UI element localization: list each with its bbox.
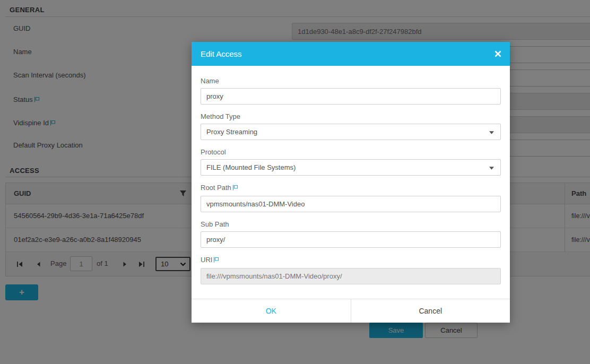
root-path-label: Root Path bbox=[201, 184, 501, 193]
method-type-group: Method Type Proxy Streaming bbox=[201, 112, 501, 140]
root-path-group: Root Path bbox=[201, 184, 501, 212]
protocol-value: FILE (Mounted File Systems) bbox=[206, 163, 296, 171]
edit-access-dialog: Edit Access Name Method Type Proxy Strea… bbox=[192, 42, 510, 323]
sub-path-label: Sub Path bbox=[201, 220, 501, 228]
method-type-label: Method Type bbox=[201, 112, 501, 120]
dialog-name-input[interactable] bbox=[201, 88, 501, 105]
dialog-body: Name Method Type Proxy Streaming Protoco… bbox=[192, 66, 510, 284]
name-group: Name bbox=[201, 77, 501, 105]
dialog-header: Edit Access bbox=[192, 42, 510, 66]
sub-path-group: Sub Path bbox=[201, 220, 501, 248]
protocol-group: Protocol FILE (Mounted File Systems) bbox=[201, 148, 501, 176]
uri-label-text: URI bbox=[201, 256, 212, 264]
dialog-footer: OK Cancel bbox=[192, 299, 510, 323]
method-type-select[interactable]: Proxy Streaming bbox=[201, 124, 501, 140]
close-icon[interactable] bbox=[494, 50, 501, 57]
sub-path-input[interactable] bbox=[201, 231, 501, 248]
translatable-flag-icon bbox=[232, 185, 239, 193]
uri-group: URI bbox=[201, 256, 501, 284]
protocol-select[interactable]: FILE (Mounted File Systems) bbox=[201, 159, 501, 176]
dropdown-arrow-icon bbox=[489, 167, 494, 170]
protocol-label: Protocol bbox=[201, 148, 501, 156]
method-type-value: Proxy Streaming bbox=[206, 128, 257, 136]
dropdown-arrow-icon bbox=[489, 131, 494, 134]
dialog-cancel-button[interactable]: Cancel bbox=[351, 299, 510, 323]
uri-label: URI bbox=[201, 256, 501, 265]
dialog-title: Edit Access bbox=[201, 42, 242, 66]
root-path-input[interactable] bbox=[201, 196, 501, 212]
root-path-label-text: Root Path bbox=[201, 184, 231, 192]
uri-input bbox=[201, 268, 501, 284]
translatable-flag-icon bbox=[213, 257, 220, 265]
dialog-name-label: Name bbox=[201, 77, 501, 85]
ok-button[interactable]: OK bbox=[192, 299, 351, 323]
